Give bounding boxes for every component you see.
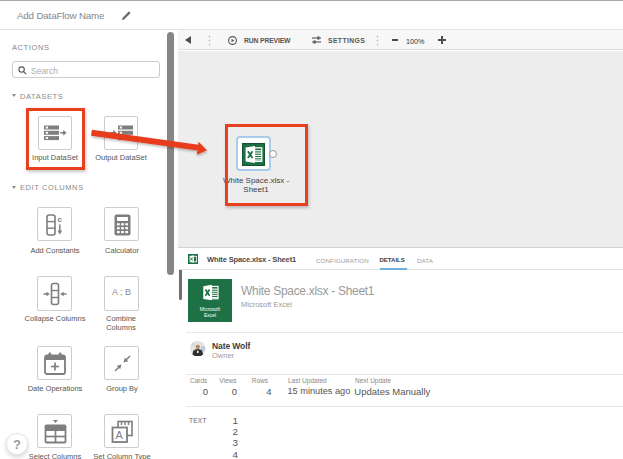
svg-text:A: A <box>116 429 124 441</box>
svg-text:c: c <box>58 215 63 224</box>
